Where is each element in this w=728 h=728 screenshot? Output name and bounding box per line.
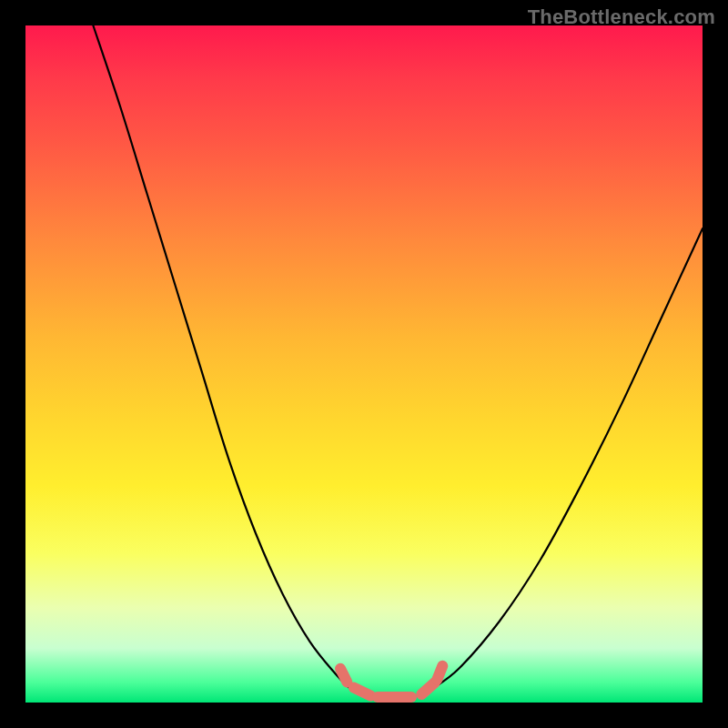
curve-layer: [25, 25, 703, 703]
curve-right: [431, 228, 703, 689]
valley-marker-segment: [421, 682, 435, 694]
valley-marker-segment: [340, 669, 347, 682]
plot-area: [25, 25, 703, 703]
curve-left: [93, 25, 350, 689]
chart-frame: TheBottleneck.com: [0, 0, 728, 728]
valley-marker-segment: [437, 666, 442, 680]
valley-marker-segment: [354, 688, 371, 696]
valley-markers: [340, 666, 442, 697]
